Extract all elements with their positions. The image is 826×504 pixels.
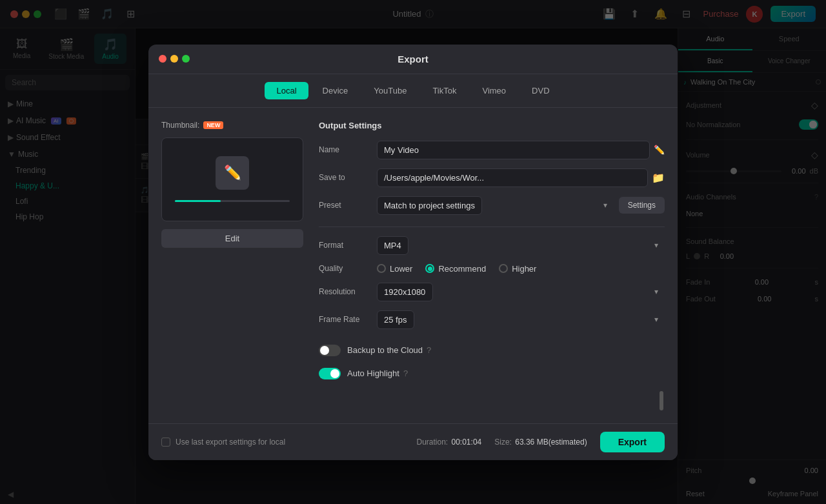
frame-rate-select-wrapper: 25 fps [377, 310, 665, 329]
modal-maximize-button[interactable] [182, 55, 190, 63]
backup-cloud-row: Backup to the Cloud ? [319, 345, 665, 356]
footer-info: Duration: 00:01:04 Size: 63.36 MB(estima… [416, 432, 665, 452]
save-to-label: Save to [319, 173, 377, 182]
quality-lower[interactable]: Lower [377, 264, 412, 274]
quality-higher-radio[interactable] [499, 264, 508, 273]
size-info: Size: 63.36 MB(estimated) [494, 438, 587, 447]
modal-right-panel: Output Settings Name ✏️ Save to 📁 [319, 121, 665, 410]
modal-close-button[interactable] [159, 55, 166, 63]
quality-label: Quality [319, 264, 377, 273]
modal-tabs: Local Device YouTube TikTok Vimeo DVD [148, 74, 678, 108]
export-modal-button[interactable]: Export [600, 432, 665, 452]
name-input[interactable] [377, 141, 650, 159]
backup-cloud-knob [320, 346, 329, 355]
browse-folder-button[interactable]: 📁 [652, 172, 665, 184]
modal-window-controls [159, 55, 190, 63]
format-select-wrapper: MP4 [377, 236, 665, 255]
modal-overlay: Export Local Device YouTube TikTok Vimeo… [0, 0, 826, 504]
quality-recommend[interactable]: Recommend [425, 264, 486, 274]
format-row: Format MP4 [319, 236, 665, 255]
save-to-input[interactable] [377, 168, 648, 187]
duration-value: 00:01:04 [452, 438, 482, 447]
duration-label: Duration: [416, 438, 448, 447]
preset-settings-button[interactable]: Settings [619, 197, 665, 214]
save-to-row: Save to 📁 [319, 168, 665, 187]
preset-select-wrapper: Match to project settings [377, 196, 614, 215]
ai-name-icon[interactable]: ✏️ [654, 145, 665, 155]
preset-select[interactable]: Match to project settings [377, 196, 482, 215]
auto-highlight-label: Auto Highlight [347, 368, 399, 378]
resolution-label: Resolution [319, 287, 377, 296]
backup-cloud-help-icon[interactable]: ? [427, 345, 431, 355]
quality-recommend-dot [428, 267, 432, 271]
thumbnail-new-badge: NEW [203, 121, 223, 129]
modal-left-panel: Thumbnail: NEW ✏️ Edit [161, 121, 303, 410]
modal-title: Export [161, 54, 665, 65]
quality-higher-label: Higher [512, 264, 536, 274]
quality-recommend-label: Recommend [438, 264, 486, 274]
resolution-select-wrapper: 1920x1080 [377, 283, 665, 301]
modal-tab-dvd[interactable]: DVD [520, 82, 561, 99]
quality-radio-group: Lower Recommend Higher [377, 264, 536, 274]
duration-info: Duration: 00:01:04 [416, 438, 481, 447]
modal-tab-tiktok[interactable]: TikTok [421, 82, 468, 99]
resolution-row: Resolution 1920x1080 [319, 283, 665, 301]
auto-highlight-row: Auto Highlight ? [319, 368, 665, 379]
format-label: Format [319, 241, 377, 250]
quality-lower-label: Lower [390, 264, 412, 274]
name-label: Name [319, 145, 377, 154]
thumbnail-label-row: Thumbnail: NEW [161, 121, 303, 130]
format-select[interactable]: MP4 [377, 236, 408, 255]
scroll-indicator [660, 391, 663, 410]
name-row: Name ✏️ [319, 141, 665, 159]
modal-footer: Use last export settings for local Durat… [148, 423, 678, 460]
modal-header: Export [148, 45, 678, 74]
resolution-select[interactable]: 1920x1080 [377, 283, 433, 301]
modal-tab-device[interactable]: Device [311, 82, 360, 99]
thumbnail-icon: ✏️ [216, 156, 249, 190]
modal-tab-vimeo[interactable]: Vimeo [470, 82, 518, 99]
quality-recommend-radio[interactable] [425, 264, 434, 273]
preset-row: Preset Match to project settings Setting… [319, 196, 665, 215]
output-settings-title: Output Settings [319, 121, 665, 130]
size-value: 63.36 MB(estimated) [515, 438, 587, 447]
modal-tab-local[interactable]: Local [265, 82, 308, 99]
save-to-input-group: 📁 [377, 168, 665, 187]
use-last-settings-label: Use last export settings for local [176, 438, 285, 447]
export-modal: Export Local Device YouTube TikTok Vimeo… [148, 45, 678, 460]
frame-rate-label: Frame Rate [319, 315, 377, 324]
quality-lower-radio[interactable] [377, 264, 386, 273]
backup-cloud-label: Backup to the Cloud [347, 345, 423, 355]
modal-body: Thumbnail: NEW ✏️ Edit [148, 108, 678, 423]
auto-highlight-knob [330, 369, 339, 378]
auto-highlight-help-icon[interactable]: ? [403, 368, 408, 378]
size-label: Size: [494, 438, 512, 447]
auto-highlight-toggle[interactable] [319, 368, 341, 379]
use-last-settings-row: Use last export settings for local [161, 438, 285, 447]
quality-row: Quality Lower Recommend [319, 264, 665, 274]
thumbnail-edit-button[interactable]: Edit [161, 229, 303, 248]
thumbnail-progress-bar [175, 200, 290, 202]
modal-minimize-button[interactable] [170, 55, 178, 63]
thumbnail-text: Thumbnail: [161, 121, 199, 130]
form-divider1 [319, 227, 665, 227]
modal-tab-youtube[interactable]: YouTube [362, 82, 418, 99]
thumbnail-preview: ✏️ [161, 137, 303, 221]
preset-label: Preset [319, 201, 377, 210]
use-last-settings-checkbox[interactable] [161, 438, 170, 447]
thumbnail-progress-fill [175, 200, 221, 202]
backup-cloud-toggle[interactable] [319, 345, 341, 356]
frame-rate-row: Frame Rate 25 fps [319, 310, 665, 329]
frame-rate-select[interactable]: 25 fps [377, 310, 414, 329]
quality-higher[interactable]: Higher [499, 264, 536, 274]
